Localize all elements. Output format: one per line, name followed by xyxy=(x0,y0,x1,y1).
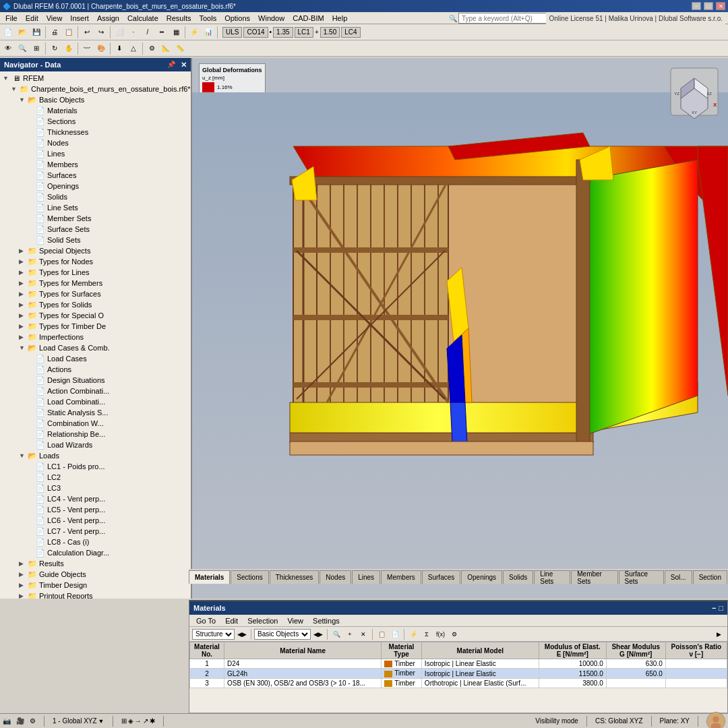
viewport[interactable]: Global Deformations u_z [mm] 1.16%1.60%5… xyxy=(192,58,728,599)
tree-item-34[interactable]: 📄LC1 - Poids pro... xyxy=(0,461,191,472)
btab-line-sets[interactable]: Line Sets xyxy=(534,570,570,584)
btab-sol...[interactable]: Sol... xyxy=(665,570,692,584)
tree-item-0[interactable]: ▼📂Basic Objects xyxy=(0,94,191,105)
tree-item-46[interactable]: ▶📁Printout Reports xyxy=(0,590,191,599)
tree-item-42[interactable]: 📄Calculation Diagr... xyxy=(0,547,191,558)
mat-maximize-btn[interactable]: □ xyxy=(719,604,723,612)
structure-select[interactable]: Structure xyxy=(192,629,235,640)
tree-item-4[interactable]: 📄Nodes xyxy=(0,138,191,148)
mat-menu-selection[interactable]: Selection xyxy=(243,617,282,625)
menu-item-tools[interactable]: Tools xyxy=(195,12,220,24)
basic-objects-select[interactable]: Basic Objects xyxy=(254,629,311,640)
mat-menu-settings[interactable]: Settings xyxy=(309,617,344,625)
extra3-btn[interactable]: 📏 xyxy=(173,42,187,55)
color-btn[interactable]: 🎨 xyxy=(94,42,108,55)
tree-item-36[interactable]: 📄LC3 xyxy=(0,483,191,493)
status-video-btn[interactable]: 🎥 xyxy=(16,717,24,725)
fit-btn[interactable]: ⊞ xyxy=(30,42,43,55)
mat-filter-btn[interactable]: 🔍 xyxy=(330,628,342,640)
tree-item-17[interactable]: ▶📁Types for Members xyxy=(0,278,191,289)
print-btn[interactable]: 🖨 xyxy=(48,26,61,39)
mat-fx-btn[interactable]: f(x) xyxy=(434,628,447,640)
support-btn[interactable]: △ xyxy=(127,42,140,55)
btab-surfaces[interactable]: Surfaces xyxy=(422,570,460,584)
uls-combo[interactable]: ULS xyxy=(222,27,242,38)
member-btn[interactable]: ━ xyxy=(155,26,169,39)
tree-item-7[interactable]: 📄Surfaces xyxy=(0,170,191,181)
tree-item-5[interactable]: 📄Lines xyxy=(0,148,191,159)
cube-navigator[interactable]: XY YZ XZ X xyxy=(667,65,721,119)
maximize-button[interactable]: □ xyxy=(704,2,713,10)
mat-table-wrapper[interactable]: MaterialNo. Material Name MaterialType M… xyxy=(189,642,727,712)
btab-member-sets[interactable]: Member Sets xyxy=(571,570,617,584)
mat-calc-btn[interactable]: ⚡ xyxy=(407,628,419,640)
open-btn[interactable]: 📂 xyxy=(16,26,29,39)
tree-item-29[interactable]: 📄Static Analysis S... xyxy=(0,407,191,418)
tree-item-23[interactable]: ▼📂Load Cases & Comb. xyxy=(0,342,191,353)
tree-item-21[interactable]: ▶📁Types for Timber De xyxy=(0,321,191,332)
tree-item-26[interactable]: 📄Design Situations xyxy=(0,375,191,386)
tree-item-31[interactable]: 📄Relationship Be... xyxy=(0,429,191,439)
status-camera-btn[interactable]: 📷 xyxy=(3,717,11,725)
tree-item-35[interactable]: 📄LC2 xyxy=(0,472,191,483)
pan-btn[interactable]: ✋ xyxy=(62,42,75,55)
status-view[interactable]: 1 - Global XYZ ▼ xyxy=(53,717,104,725)
line-btn[interactable]: / xyxy=(141,26,154,39)
btab-materials[interactable]: Materials xyxy=(189,570,230,584)
tree-item-39[interactable]: 📄LC6 - Vent perp... xyxy=(0,515,191,526)
menu-item-options[interactable]: Options xyxy=(220,12,254,24)
mat-minimize-btn[interactable]: − xyxy=(712,604,716,612)
menu-item-insert[interactable]: Insert xyxy=(66,12,93,24)
tree-item-19[interactable]: ▶📁Types for Solids xyxy=(0,299,191,310)
btab-surface-sets[interactable]: Surface Sets xyxy=(619,570,664,584)
zoom-btn[interactable]: 🔍 xyxy=(16,42,29,55)
tree-item-1[interactable]: 📄Materials xyxy=(0,105,191,116)
tree-item-43[interactable]: ▶📁Results xyxy=(0,558,191,569)
tree-item-40[interactable]: 📄LC7 - Vent perp... xyxy=(0,526,191,537)
menu-item-cad-bim[interactable]: CAD-BIM xyxy=(289,12,328,24)
menu-item-results[interactable]: Results xyxy=(162,12,195,24)
tree-item-2[interactable]: 📄Sections xyxy=(0,116,191,127)
tree-item-45[interactable]: ▶📁Timber Design xyxy=(0,580,191,590)
tree-item-28[interactable]: 📄Load Combinati... xyxy=(0,396,191,407)
tree-item-3[interactable]: 📄Thicknesses xyxy=(0,127,191,138)
btab-nodes[interactable]: Nodes xyxy=(320,570,351,584)
tree-item-11[interactable]: 📄Member Sets xyxy=(0,213,191,224)
redo-btn[interactable]: ↪ xyxy=(94,26,108,39)
tree-item-24[interactable]: 📄Load Cases xyxy=(0,353,191,364)
save-btn[interactable]: 💾 xyxy=(30,26,43,39)
btab-sections[interactable]: Sections xyxy=(231,570,268,584)
table-row[interactable]: 1 D24 Timber Isotropic | Linear Elastic … xyxy=(190,659,727,669)
tree-item-6[interactable]: 📄Members xyxy=(0,159,191,170)
tree-item-32[interactable]: 📄Load Wizards xyxy=(0,439,191,450)
tree-item-18[interactable]: ▶📁Types for Surfaces xyxy=(0,289,191,299)
lc4-combo[interactable]: LC4 xyxy=(341,27,360,38)
lc1-combo[interactable]: LC1 xyxy=(295,27,313,38)
menu-item-view[interactable]: View xyxy=(42,12,67,24)
tree-item-44[interactable]: ▶📁Guide Objects xyxy=(0,569,191,580)
nav-pin-icon[interactable]: 📌 xyxy=(167,61,175,69)
printout-btn[interactable]: 📋 xyxy=(62,26,75,39)
deform-btn[interactable]: 〰 xyxy=(80,42,94,55)
mat-copy-btn[interactable]: 📋 xyxy=(375,628,388,640)
status-config-btn[interactable]: ⚙ xyxy=(30,717,36,725)
tree-item-20[interactable]: ▶📁Types for Special O xyxy=(0,310,191,321)
tree-item-27[interactable]: 📄Action Combinati... xyxy=(0,386,191,396)
mat-menu-view[interactable]: View xyxy=(283,617,307,625)
rotate-btn[interactable]: ↻ xyxy=(48,42,61,55)
menu-item-help[interactable]: Help xyxy=(328,12,352,24)
menu-item-edit[interactable]: Edit xyxy=(22,12,42,24)
load-btn[interactable]: ⬇ xyxy=(113,42,126,55)
menu-item-calculate[interactable]: Calculate xyxy=(123,12,162,24)
btab-section[interactable]: Section xyxy=(693,570,727,584)
factor1-combo[interactable]: 1.35 xyxy=(273,27,293,38)
mat-settings-btn[interactable]: ⚙ xyxy=(448,628,460,640)
results-btn[interactable]: 📊 xyxy=(202,26,215,39)
factor2-combo[interactable]: 1.50 xyxy=(320,27,340,38)
tree-item-22[interactable]: ▶📁Imperfections xyxy=(0,332,191,342)
btab-members[interactable]: Members xyxy=(381,570,421,584)
btab-thicknesses[interactable]: Thicknesses xyxy=(270,570,320,584)
tree-item-13[interactable]: 📄Solid Sets xyxy=(0,235,191,245)
select-btn[interactable]: ⬜ xyxy=(113,26,126,39)
undo-btn[interactable]: ↩ xyxy=(80,26,94,39)
